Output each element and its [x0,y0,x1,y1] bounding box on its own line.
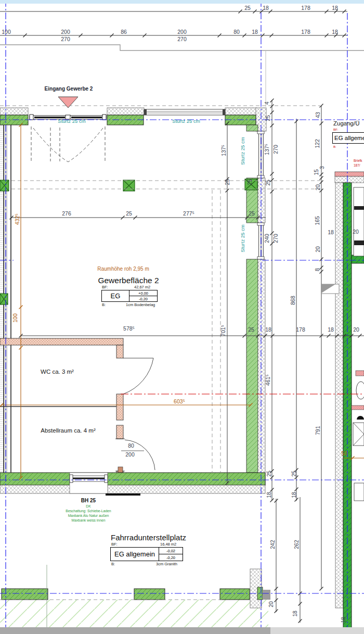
level-bottom: -0,20 [159,554,183,561]
window-note-line: Maxbank Alu Natur außen [68,514,109,517]
bf-label: BF: [102,285,108,289]
bottom-wall [0,473,265,496]
b-value: 1cm Bodenbelag [126,303,155,307]
bf-value: 16,48 m2 [160,542,176,547]
right-room [335,172,364,634]
mail-note-line1: Briefk [354,159,362,163]
entrance-label: Eingang Gewerbe 2 [45,86,93,92]
room-wc-label: WC ca. 3 m² [41,369,74,375]
dimension-lines [0,11,364,623]
entrance-triangle-icon [58,97,78,108]
top-edge-strip [0,0,364,4]
dimension-ticks [0,10,362,623]
b-label: B: [111,562,115,566]
b-value: 3cm Granith [156,562,177,566]
room-access-level-tag: EG allgemein [332,132,364,144]
room-bike-title: Fahrradunterstellplatz [111,534,186,542]
bottom-scrollbar[interactable] [0,627,270,634]
window-note-line: Maxbank weiss innen [72,518,106,522]
window-note-line: Beschattung: Schiebe-Laden [66,509,111,513]
bottom-scrollbar-track[interactable] [270,627,364,634]
window-note-line: DK [86,504,90,508]
room-main-title: Gewerbefläche 2 [98,276,159,285]
gray-lines [0,45,364,107]
entrance-door-swing [31,126,105,162]
room-main-level-tag: EG +0,00 -0,20 [101,290,158,302]
wc-walls [0,338,155,484]
b-label: B: [102,303,106,307]
level-top: -0,02 [159,548,183,554]
level-label: EG allgemein [111,548,159,561]
terrace-hatch [0,600,268,627]
bf-label: BF: [333,128,338,131]
columns [0,179,257,305]
room-bike-level-tag: EG allgemein -0,02 -0,20 [110,547,183,561]
level-bottom: -0,20 [129,296,157,301]
floor-plan: 2518178181002002708620027080181781827625… [0,0,364,634]
bf-value: 42,67 m2 [134,285,150,289]
b-label: B: [333,145,336,148]
room-abstell-label: Abstellraum ca. 4 m² [41,427,95,434]
room-height-note: Raumhöhe roh 2,95 m [97,267,149,272]
orange-dimension-lines [1,125,364,478]
window-note-title: BH 25 [81,498,96,504]
level-top: +0,00 [129,290,157,296]
bf-label: BF: [111,542,118,547]
room-access-title: Zugang/Ü [333,120,360,126]
section-marker-icon [321,284,339,294]
level-label: EG allgemein [334,135,364,141]
mail-note-line2: 187/ [354,164,360,168]
level-label: EG [102,290,129,301]
